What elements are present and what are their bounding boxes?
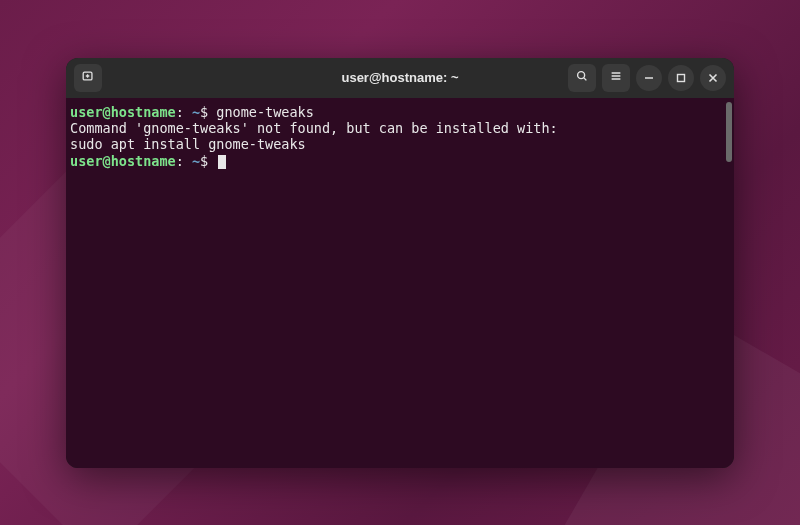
- terminal-line-1: user@hostname: ~$ gnome-tweaks: [70, 104, 730, 120]
- search-button[interactable]: [568, 64, 596, 92]
- maximize-icon: [676, 69, 686, 87]
- terminal-body[interactable]: user@hostname: ~$ gnome-tweaks Command '…: [66, 98, 734, 468]
- titlebar-right: [568, 64, 726, 92]
- titlebar-left: [74, 64, 102, 92]
- menu-button[interactable]: [602, 64, 630, 92]
- close-icon: [708, 69, 718, 87]
- terminal-line-3: sudo apt install gnome-tweaks: [70, 136, 730, 152]
- new-tab-icon: [81, 69, 95, 87]
- prompt-path: ~: [184, 153, 200, 169]
- command-text: gnome-tweaks: [216, 104, 314, 120]
- minimize-button[interactable]: [636, 65, 662, 91]
- window-title: user@hostname: ~: [341, 70, 458, 85]
- search-icon: [575, 69, 589, 87]
- prompt-user: user@hostname: [70, 104, 176, 120]
- terminal-line-4: user@hostname: ~$: [70, 153, 730, 169]
- svg-point-1: [578, 71, 585, 78]
- cursor: [218, 155, 226, 169]
- close-button[interactable]: [700, 65, 726, 91]
- prompt-colon: :: [176, 153, 184, 169]
- minimize-icon: [644, 69, 654, 87]
- prompt-path: ~: [184, 104, 200, 120]
- maximize-button[interactable]: [668, 65, 694, 91]
- prompt-user: user@hostname: [70, 153, 176, 169]
- terminal-window: user@hostname: ~: [66, 58, 734, 468]
- terminal-line-2: Command 'gnome-tweaks' not found, but ca…: [70, 120, 730, 136]
- hamburger-icon: [609, 69, 623, 87]
- svg-rect-2: [678, 74, 685, 81]
- prompt-colon: :: [176, 104, 184, 120]
- scrollbar[interactable]: [726, 102, 732, 162]
- titlebar[interactable]: user@hostname: ~: [66, 58, 734, 98]
- prompt-dollar: $: [200, 104, 216, 120]
- new-tab-button[interactable]: [74, 64, 102, 92]
- prompt-dollar: $: [200, 153, 216, 169]
